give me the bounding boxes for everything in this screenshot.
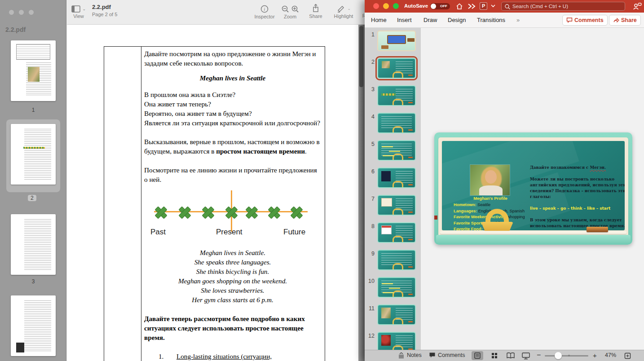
pdf-thumbnail-2[interactable] bbox=[11, 124, 56, 185]
slide-thumb-5[interactable]: 5 bbox=[365, 140, 421, 161]
share-button[interactable]: Share bbox=[609, 15, 641, 26]
svg-text:i: i bbox=[264, 7, 265, 12]
current-slide[interactable]: Meghan's Profile Hometown: Seattle Langu… bbox=[434, 132, 632, 245]
slider-knob[interactable] bbox=[555, 352, 562, 359]
slide-thumb-7[interactable]: 7 bbox=[365, 195, 421, 216]
chevron-down-icon[interactable]: ⌄ bbox=[347, 6, 351, 11]
slide-miniature[interactable] bbox=[377, 85, 416, 106]
pdf-thumbnail-1[interactable] bbox=[11, 40, 56, 101]
slide-thumb-8[interactable]: 8 bbox=[365, 222, 421, 243]
minimize-button[interactable] bbox=[18, 9, 24, 15]
tab-design[interactable]: Design bbox=[448, 17, 466, 23]
share-button[interactable]: Share bbox=[306, 4, 326, 19]
pdf-paragraph: Посмотрите на ее линию жизни и прочитайт… bbox=[144, 165, 321, 184]
highlight-button[interactable]: ⌄ Highlight bbox=[331, 4, 356, 19]
zoom-in-icon[interactable] bbox=[291, 5, 299, 13]
slide-thumb-11[interactable]: 11 bbox=[365, 304, 421, 326]
powerpoint-app-icon[interactable]: P bbox=[480, 2, 487, 10]
tab-transitions[interactable]: Transitions bbox=[477, 17, 505, 23]
slide-thumb-2[interactable]: 2 bbox=[365, 58, 421, 79]
timeline-x-mark bbox=[269, 207, 279, 217]
fit-slide-icon[interactable] bbox=[624, 352, 631, 359]
slide-miniature[interactable] bbox=[377, 195, 416, 216]
slide-miniature[interactable] bbox=[377, 140, 416, 161]
zoom-buttons[interactable]: Zoom bbox=[279, 4, 301, 19]
slide-thumb-10[interactable]: 10 bbox=[365, 277, 421, 298]
zoom-out-button[interactable]: − bbox=[537, 351, 541, 359]
comments-button[interactable]: Comments bbox=[562, 15, 608, 26]
eraser bbox=[587, 227, 608, 232]
chevron-down-icon[interactable] bbox=[490, 4, 496, 8]
home-icon[interactable] bbox=[455, 2, 463, 10]
chevron-down-icon: ⌄ bbox=[82, 7, 86, 11]
minimize-button[interactable] bbox=[383, 3, 389, 9]
slide-miniature[interactable] bbox=[377, 304, 416, 325]
ribbon-overflow-chevrons[interactable]: » bbox=[516, 17, 520, 23]
sidebar-toggle-icon bbox=[71, 5, 80, 13]
zoom-out-icon[interactable] bbox=[281, 5, 289, 13]
verb-list: live – speak – go – think – like – start bbox=[530, 206, 625, 211]
comment-icon bbox=[566, 17, 573, 23]
thumb1-table bbox=[16, 44, 50, 60]
timeline-x-mark bbox=[155, 207, 166, 217]
tab-home[interactable]: Home bbox=[371, 17, 387, 23]
slide-miniature-selected[interactable] bbox=[377, 58, 416, 79]
preview-scrollbar[interactable] bbox=[358, 25, 365, 361]
pdf-question: Является ли эта ситуация краткосрочной и… bbox=[144, 118, 321, 128]
slide-miniature[interactable] bbox=[377, 250, 416, 270]
reading-view-button[interactable] bbox=[505, 351, 516, 360]
presence-person-icon[interactable] bbox=[632, 2, 642, 10]
timeline-x-mark bbox=[246, 207, 257, 217]
search-placeholder: Search (Cmd + Ctrl + U) bbox=[512, 4, 568, 9]
slide-bottom-strip bbox=[436, 235, 631, 243]
view-menu-button[interactable]: ⌄ View bbox=[71, 4, 86, 19]
slide-miniature[interactable] bbox=[377, 31, 416, 51]
slide-miniature[interactable] bbox=[377, 167, 416, 188]
inspector-icon: i bbox=[260, 5, 269, 13]
slide-text-block[interactable]: Давайте познакомимся с Мегэн. Можете ли … bbox=[530, 165, 625, 230]
zoom-window-button[interactable] bbox=[28, 9, 34, 15]
zoom-window-button[interactable] bbox=[393, 3, 399, 9]
pdf-thumbnail-4[interactable] bbox=[11, 295, 56, 356]
slide-sorter-view-button[interactable] bbox=[489, 351, 500, 360]
slideshow-view-button[interactable] bbox=[520, 351, 532, 360]
normal-view-button[interactable] bbox=[472, 351, 483, 360]
ppt-titlebar: AutoSave OFF P Search (Cmd + Ctrl bbox=[365, 0, 644, 13]
pdf-paragraph-bold: Давайте теперь рассмотрим более подробно… bbox=[144, 314, 321, 342]
zoom-in-button[interactable]: + bbox=[593, 352, 597, 359]
autosave-toggle[interactable]: OFF bbox=[430, 3, 450, 9]
thumb2-lines bbox=[24, 129, 51, 180]
tab-insert[interactable]: Insert bbox=[397, 17, 412, 23]
meghan-photo[interactable] bbox=[470, 165, 510, 195]
pdf-sentence: She speaks three languages. bbox=[144, 257, 321, 267]
slide-miniature[interactable] bbox=[377, 222, 416, 243]
close-button[interactable] bbox=[373, 3, 379, 9]
timeline-label-present: Present bbox=[216, 227, 243, 237]
slide-thumb-6[interactable]: 6 bbox=[365, 167, 421, 189]
preview-sidebar: 2.2.pdf 1 2 3 bbox=[0, 0, 66, 361]
inspector-button[interactable]: i Inspector bbox=[252, 4, 277, 19]
tab-draw[interactable]: Draw bbox=[423, 17, 437, 23]
comments-button[interactable]: Comments bbox=[429, 352, 465, 358]
scrollbar-thumb[interactable] bbox=[359, 26, 363, 87]
slide-thumb-4[interactable]: 4 bbox=[365, 113, 421, 134]
document-title-block: 2.2.pdf Page 2 of 5 bbox=[92, 4, 117, 17]
profile-title[interactable]: Meghan's Profile bbox=[451, 196, 530, 201]
ppt-search-field[interactable]: Search (Cmd + Ctrl + U) bbox=[501, 2, 625, 11]
notes-button[interactable]: Notes bbox=[398, 352, 422, 358]
pdf-thumbnail-3[interactable] bbox=[11, 214, 56, 275]
chalk-piece bbox=[434, 216, 437, 220]
pdf-questions: В прошлом она жила в Сиэтле? Она живет т… bbox=[144, 90, 321, 128]
toggle-knob bbox=[431, 4, 436, 9]
chevrons-right-icon[interactable] bbox=[467, 3, 476, 9]
close-button[interactable] bbox=[9, 9, 14, 15]
task-paragraph: Можете ли вы построить несколько английс… bbox=[530, 176, 625, 200]
zoom-percentage[interactable]: 47% bbox=[605, 352, 616, 358]
slide-thumb-3[interactable]: 3 bbox=[365, 85, 421, 106]
slide-miniature[interactable] bbox=[377, 113, 416, 133]
zoom-slider[interactable] bbox=[545, 355, 588, 357]
pdf-sentence: Meghan lives in Seattle. bbox=[144, 248, 321, 257]
slide-miniature[interactable] bbox=[377, 277, 416, 298]
slide-thumb-1[interactable]: 1 bbox=[365, 31, 421, 52]
slide-thumb-9[interactable]: 9 bbox=[365, 250, 421, 271]
